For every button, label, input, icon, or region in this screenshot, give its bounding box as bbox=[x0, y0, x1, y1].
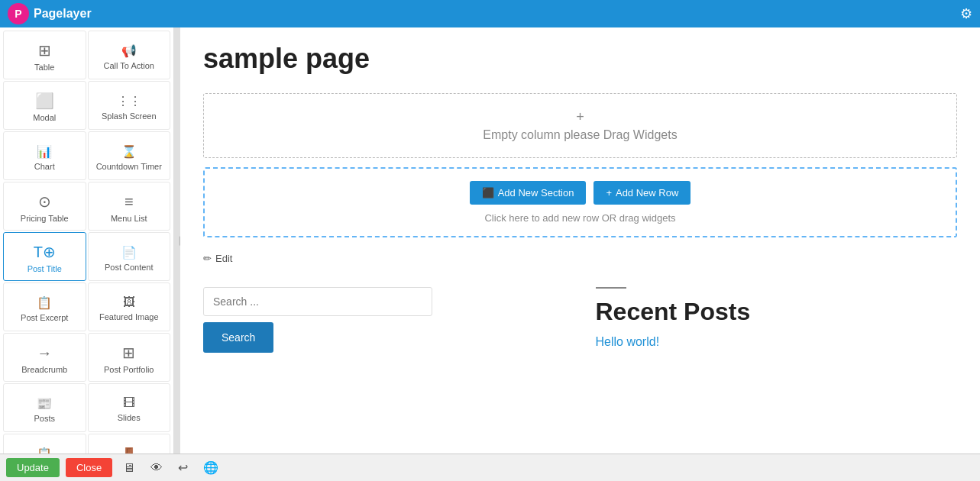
sidebar-item-chart[interactable]: 📊 Chart bbox=[3, 131, 86, 180]
logo-circle: P bbox=[8, 3, 29, 24]
sidebar-item-login[interactable]: 🚪 Login bbox=[88, 434, 171, 454]
sidebar-item-featured-image[interactable]: 🖼 Featured Image bbox=[88, 282, 171, 331]
add-section-hint: Click here to add new row OR drag widget… bbox=[217, 212, 943, 224]
update-button[interactable]: Update bbox=[6, 458, 60, 477]
sidebar-item-post-title[interactable]: T⊕ Post Title bbox=[3, 232, 86, 281]
sidebar-item-countdown-timer[interactable]: ⌛ Countdown Timer bbox=[88, 131, 171, 180]
sidebar-item-pricing-table-label: Pricing Table bbox=[21, 214, 69, 223]
eye-icon[interactable]: 👁 bbox=[146, 460, 167, 476]
post-title-icon: T⊕ bbox=[34, 243, 56, 261]
sidebar-item-modal[interactable]: ⬜ Modal bbox=[3, 81, 86, 130]
slides-icon: 🎞 bbox=[123, 396, 135, 410]
splash-screen-icon: ⋮⋮ bbox=[117, 94, 141, 108]
recent-posts-title: Recent Posts bbox=[596, 298, 958, 326]
call-to-action-icon: 📢 bbox=[121, 44, 137, 58]
sidebar-item-countdown-timer-label: Countdown Timer bbox=[96, 162, 162, 171]
sidebar-item-splash-screen[interactable]: ⋮⋮ Splash Screen bbox=[88, 81, 171, 130]
content-area: sample page + Empty column please Drag W… bbox=[180, 27, 980, 454]
sidebar-item-post-portfolio[interactable]: ⊞ Post Portfolio bbox=[88, 333, 171, 382]
sidebar-item-post-excerpt-label: Post Excerpt bbox=[21, 313, 68, 322]
logo-text: Pagelayer bbox=[34, 7, 92, 21]
edit-label: Edit bbox=[215, 253, 232, 264]
search-widget: Search bbox=[203, 287, 565, 353]
history-icon[interactable]: ↩ bbox=[173, 459, 192, 476]
search-button[interactable]: Search bbox=[203, 322, 273, 353]
bottom-toolbar: Update Close 🖥 👁 ↩ 🌐 bbox=[0, 454, 980, 481]
sidebar-item-menu-list-label: Menu List bbox=[111, 214, 147, 223]
sidebar-grid: ⊞ Table 📢 Call To Action ⬜ Modal ⋮⋮ Spla… bbox=[0, 27, 173, 454]
chart-icon: 📊 bbox=[37, 144, 52, 159]
sidebar-item-chart-label: Chart bbox=[34, 162, 55, 171]
add-section-icon: ⬛ bbox=[482, 187, 494, 199]
add-section-area[interactable]: ⬛ Add New Section + Add New Row Click he… bbox=[203, 167, 957, 237]
gear-icon[interactable]: ⚙ bbox=[960, 5, 972, 22]
empty-column-text: Empty column please Drag Widgets bbox=[483, 128, 677, 141]
edit-pencil-icon: ✏ bbox=[203, 253, 212, 264]
main-layout: ⊞ Table 📢 Call To Action ⬜ Modal ⋮⋮ Spla… bbox=[0, 27, 980, 454]
search-input[interactable] bbox=[203, 287, 432, 316]
add-new-section-label: Add New Section bbox=[498, 187, 574, 199]
sidebar-item-slides-label: Slides bbox=[118, 413, 141, 422]
contact-form-icon: 📋 bbox=[37, 447, 52, 454]
add-new-row-label: Add New Row bbox=[616, 187, 678, 199]
menu-list-icon: ≡ bbox=[125, 193, 134, 211]
sidebar-item-slides[interactable]: 🎞 Slides bbox=[88, 383, 171, 432]
post-portfolio-icon: ⊞ bbox=[122, 344, 135, 362]
sidebar-item-table-label: Table bbox=[34, 63, 54, 72]
add-section-buttons: ⬛ Add New Section + Add New Row bbox=[217, 181, 943, 205]
close-button[interactable]: Close bbox=[66, 458, 112, 477]
post-excerpt-icon: 📋 bbox=[37, 295, 52, 310]
sidebar-item-post-portfolio-label: Post Portfolio bbox=[104, 365, 154, 374]
page-title: sample page bbox=[203, 43, 957, 75]
sidebar-item-posts-label: Posts bbox=[34, 414, 55, 423]
sidebar-item-posts[interactable]: 📰 Posts bbox=[3, 383, 86, 432]
posts-icon: 📰 bbox=[37, 396, 52, 411]
sidebar-item-contact-form[interactable]: 📋 Contact Form bbox=[3, 434, 86, 454]
sidebar-item-post-title-label: Post Title bbox=[27, 264, 62, 273]
sidebar-item-menu-list[interactable]: ≡ Menu List bbox=[88, 182, 171, 231]
sidebar-item-pricing-table[interactable]: ⊙ Pricing Table bbox=[3, 182, 86, 231]
resize-handle[interactable]: ▕ bbox=[174, 27, 180, 454]
sidebar-item-post-content[interactable]: 📄 Post Content bbox=[88, 232, 171, 281]
two-col-content: Search Recent Posts Hello world! bbox=[203, 287, 957, 353]
empty-column-plus-icon: + bbox=[219, 109, 941, 125]
sidebar-item-post-excerpt[interactable]: 📋 Post Excerpt bbox=[3, 282, 86, 331]
search-button-label: Search bbox=[222, 331, 255, 344]
sidebar-item-call-to-action[interactable]: 📢 Call To Action bbox=[88, 31, 171, 79]
add-new-row-button[interactable]: + Add New Row bbox=[593, 181, 691, 205]
countdown-timer-icon: ⌛ bbox=[121, 144, 137, 159]
pricing-table-icon: ⊙ bbox=[38, 192, 51, 211]
edit-link[interactable]: ✏ Edit bbox=[203, 253, 957, 264]
featured-image-icon: 🖼 bbox=[123, 295, 135, 309]
modal-icon: ⬜ bbox=[35, 92, 54, 110]
post-content-icon: 📄 bbox=[121, 245, 137, 260]
logo: P Pagelayer bbox=[8, 3, 92, 24]
table-icon: ⊞ bbox=[38, 41, 51, 60]
sidebar-item-table[interactable]: ⊞ Table bbox=[3, 31, 86, 79]
recent-posts-link[interactable]: Hello world! bbox=[596, 335, 660, 348]
sidebar-item-breadcrumb-label: Breadcrumb bbox=[21, 365, 67, 374]
sidebar-item-splash-screen-label: Splash Screen bbox=[102, 111, 157, 121]
sidebar-item-post-content-label: Post Content bbox=[105, 263, 154, 272]
sidebar-item-call-to-action-label: Call To Action bbox=[104, 61, 154, 70]
empty-column[interactable]: + Empty column please Drag Widgets bbox=[203, 93, 957, 158]
add-new-section-button[interactable]: ⬛ Add New Section bbox=[470, 181, 587, 205]
login-icon: 🚪 bbox=[121, 447, 137, 454]
desktop-icon[interactable]: 🖥 bbox=[118, 460, 140, 476]
sidebar-item-featured-image-label: Featured Image bbox=[99, 312, 159, 321]
recent-posts-section: Recent Posts Hello world! bbox=[596, 287, 958, 349]
sidebar-item-breadcrumb[interactable]: → Breadcrumb bbox=[3, 333, 86, 382]
breadcrumb-icon: → bbox=[37, 344, 52, 362]
close-label: Close bbox=[76, 462, 102, 473]
top-bar: P Pagelayer ⚙ bbox=[0, 0, 980, 27]
recent-posts-divider bbox=[596, 287, 626, 289]
sitemap-icon[interactable]: 🌐 bbox=[199, 459, 223, 476]
logo-letter: P bbox=[15, 8, 21, 20]
update-label: Update bbox=[17, 462, 49, 473]
sidebar: ⊞ Table 📢 Call To Action ⬜ Modal ⋮⋮ Spla… bbox=[0, 27, 174, 454]
sidebar-item-modal-label: Modal bbox=[33, 113, 56, 122]
add-row-icon: + bbox=[606, 187, 612, 199]
